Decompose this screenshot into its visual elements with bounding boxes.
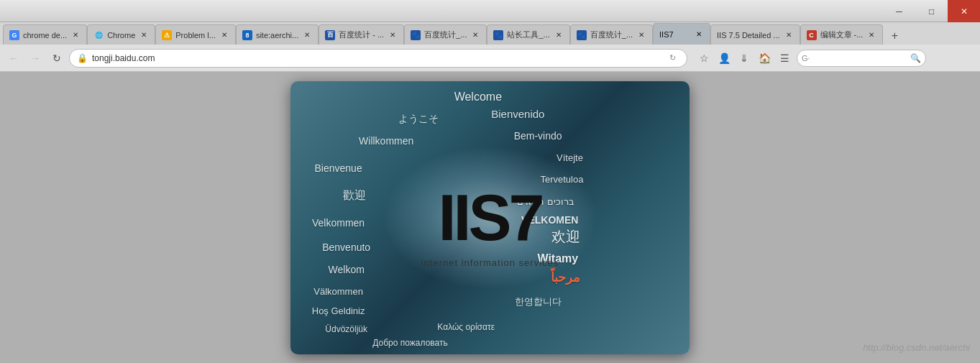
iis-big-title: IIS7 [438, 185, 541, 250]
welcome-word: Bem-vindo [514, 130, 562, 142]
tab-favicon: C [807, 30, 817, 40]
welcome-word: Welcome [454, 91, 502, 104]
back-button[interactable]: ← [4, 49, 23, 68]
iis-welcome-card: WelcomeようこそBienvenidoWillkommenBem-vindo… [290, 81, 690, 354]
tab-t1[interactable]: G chrome de... ✕ [3, 24, 87, 45]
welcome-word: 歡迎 [343, 188, 366, 203]
welcome-word: مرحباً [551, 270, 580, 285]
tab-t9[interactable]: IIS7 ✕ [653, 23, 710, 45]
tab-t3[interactable]: ⚠ Problem l... ✕ [155, 24, 236, 45]
tab-t2[interactable]: 🌐 Chrome ✕ [87, 24, 155, 45]
tab-t6[interactable]: 🐾 百度统计_... ✕ [404, 24, 487, 45]
google-search-box[interactable]: G· 🔍 [797, 50, 926, 67]
welcome-word: Welkom [329, 264, 365, 275]
watermark: http://blog.csdn.net/aerchi [863, 342, 970, 353]
welcome-word: Benvenuto [322, 242, 370, 253]
welcome-word: Hoş Geldiniz [312, 305, 365, 316]
welcome-word: Bienvenido [491, 108, 544, 120]
tab-label: 百度统计 - ... [339, 29, 384, 40]
tab-t10[interactable]: IIS 7.5 Detailed ... ✕ [710, 24, 800, 45]
tab-t8[interactable]: 🐾 百度统计_... ✕ [570, 24, 653, 45]
tabs-bar: G chrome de... ✕ 🌐 Chrome ✕ ⚠ Problem l.… [0, 22, 980, 45]
tab-favicon: 🌐 [93, 30, 104, 40]
address-refresh-icon[interactable]: ↻ [665, 51, 679, 65]
tab-favicon: 8 [242, 30, 252, 40]
welcome-word: Üdvözöljük [325, 324, 367, 334]
tab-t7[interactable]: 🐾 站长工具_... ✕ [487, 24, 569, 45]
menu-button[interactable]: ☰ [775, 49, 794, 68]
tab-close-button[interactable]: ✕ [784, 30, 794, 40]
tab-close-button[interactable]: ✕ [70, 30, 81, 40]
address-bar: ← → ↻ 🔒 tongji.baidu.com ↻ ☆ 👤 ⇓ 🏠 ☰ G· … [0, 45, 980, 72]
tab-label: Problem l... [175, 31, 216, 40]
tab-label: site:aerchi... [256, 31, 298, 40]
address-input-wrap[interactable]: 🔒 tongji.baidu.com ↻ [69, 49, 687, 68]
lock-icon: 🔒 [77, 53, 88, 63]
welcome-word: Добро пожаловать [372, 338, 447, 348]
iis-subtitle: internet information services [421, 257, 559, 268]
tab-close-button[interactable]: ✕ [866, 30, 876, 40]
refresh-button[interactable]: ↻ [47, 49, 66, 68]
welcome-word: Tervetuloa [540, 174, 583, 185]
tab-favicon: G [9, 30, 19, 40]
tab-favicon: 🐾 [411, 30, 421, 40]
minimize-button[interactable]: ─ [883, 0, 915, 22]
welcome-word: Velkommen [312, 217, 365, 229]
address-text: tongji.baidu.com [92, 53, 661, 63]
tab-t5[interactable]: 百 百度统计 - ... ✕ [319, 24, 404, 45]
tab-close-button[interactable]: ✕ [219, 30, 229, 40]
tab-close-button[interactable]: ✕ [139, 30, 149, 40]
welcome-word: 한영합니다 [515, 295, 562, 308]
tab-close-button[interactable]: ✕ [636, 30, 646, 40]
toolbar-right: ☆ 👤 ⇓ 🏠 ☰ [695, 49, 794, 68]
person-button[interactable]: 👤 [715, 49, 733, 68]
new-tab-button[interactable]: + [884, 27, 905, 45]
tab-label: 百度统计_... [590, 29, 633, 40]
tab-close-button[interactable]: ✕ [554, 30, 564, 40]
tab-t11[interactable]: C 编辑文章 -... ✕ [800, 24, 884, 45]
home-button[interactable]: 🏠 [755, 49, 774, 68]
welcome-word: Vítejte [557, 152, 583, 162]
welcome-word: 欢迎 [551, 227, 580, 247]
download-button[interactable]: ⇓ [735, 49, 754, 68]
maximize-button[interactable]: □ [915, 0, 948, 22]
tab-label: 编辑文章 -... [820, 29, 864, 40]
tab-label: 站长工具_... [507, 29, 549, 40]
tab-favicon: 🐾 [577, 30, 587, 40]
google-label: G· [802, 54, 810, 63]
main-content: WelcomeようこそBienvenidoWillkommenBem-vindo… [0, 72, 980, 363]
close-button[interactable]: ✕ [948, 0, 980, 22]
tab-close-button[interactable]: ✕ [388, 30, 398, 40]
tab-favicon: 百 [325, 30, 335, 40]
tab-label: 百度统计_... [424, 29, 467, 40]
tab-t4[interactable]: 8 site:aerchi... ✕ [236, 24, 319, 45]
forward-button[interactable]: → [26, 49, 45, 68]
tab-close-button[interactable]: ✕ [302, 30, 312, 40]
star-button[interactable]: ☆ [695, 49, 713, 68]
welcome-word: ようこそ [398, 113, 439, 126]
tab-label: chrome de... [23, 31, 67, 40]
window-controls: ─ □ ✕ [883, 0, 980, 22]
tab-favicon: 🐾 [493, 30, 503, 40]
tab-close-button[interactable]: ✕ [694, 29, 704, 40]
tab-label: IIS7 [659, 30, 674, 39]
tab-label: IIS 7.5 Detailed ... [717, 31, 779, 40]
window-titlebar: ─ □ ✕ [0, 0, 980, 22]
tab-favicon: ⚠ [162, 30, 172, 40]
welcome-word: Välkommen [313, 286, 363, 297]
welcome-word: Willkommen [359, 135, 413, 147]
tab-close-button[interactable]: ✕ [470, 30, 480, 40]
tab-label: Chrome [107, 31, 135, 40]
welcome-word: Καλώς ορίσατε [437, 322, 495, 332]
search-icon[interactable]: 🔍 [910, 53, 921, 63]
welcome-word: Bienvenue [315, 162, 362, 174]
